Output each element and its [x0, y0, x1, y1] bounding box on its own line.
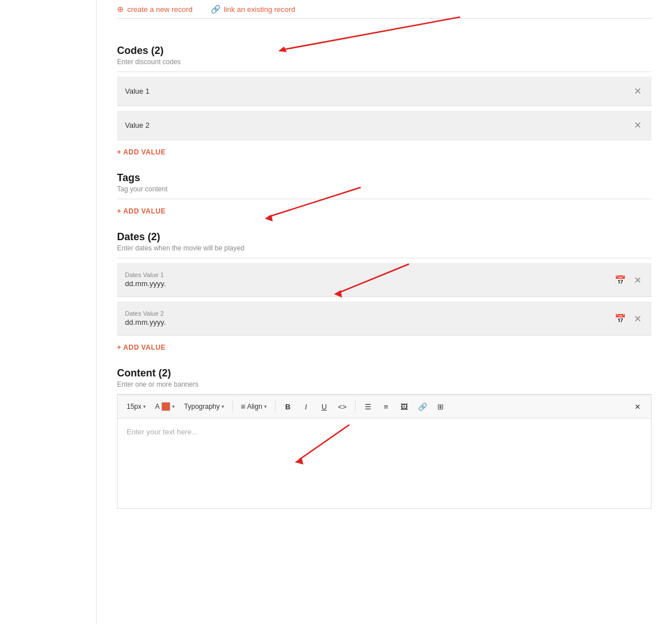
numbered-list-icon: ≡ — [384, 403, 389, 411]
toolbar-sep-1 — [232, 401, 233, 412]
codes-add-value-label: + ADD VALUE — [117, 148, 166, 156]
italic-icon: I — [305, 403, 307, 411]
codes-add-value-button[interactable]: + ADD VALUE — [117, 140, 166, 162]
codes-value-1-label: Value 1 — [125, 87, 632, 95]
code-icon: <> — [338, 403, 347, 411]
caption-icon: ⊞ — [437, 403, 444, 411]
code-button[interactable]: <> — [335, 399, 350, 414]
underline-button[interactable]: U — [316, 399, 332, 414]
image-button[interactable]: 🖼 — [396, 399, 412, 414]
content-section: Content (2) Enter one or more banners 15… — [117, 357, 652, 509]
dates-value-1-label-top: Dates Value 1 — [125, 271, 644, 278]
bullet-list-button[interactable]: ☰ — [360, 399, 376, 414]
content-title: Content (2) — [117, 367, 652, 379]
color-swatch — [161, 402, 170, 411]
italic-button[interactable]: I — [298, 399, 314, 414]
font-size-chevron: ▾ — [143, 404, 146, 409]
dates-value-2-text[interactable]: dd.mm.yyyy. — [125, 318, 644, 326]
dates-value-2-calendar-icon[interactable]: 📅 — [615, 313, 626, 324]
caption-button[interactable]: ⊞ — [433, 399, 449, 414]
dates-value-2-label-top: Dates Value 2 — [125, 310, 644, 317]
dates-value-1-row: Dates Value 1 dd.mm.yyyy. 📅 ✕ — [117, 263, 652, 297]
bullet-list-icon: ☰ — [365, 403, 372, 411]
typography-button[interactable]: Typography ▾ — [181, 400, 228, 413]
tags-title: Tags — [117, 172, 652, 184]
codes-value-2-close[interactable]: ✕ — [632, 118, 644, 133]
rich-text-toolbar: 15px ▾ A ▾ Typography ▾ ≡ — [117, 395, 652, 418]
dates-add-value-label: + ADD VALUE — [117, 344, 166, 351]
codes-section: Codes (2) Enter discount codes Value 1 ✕… — [117, 35, 652, 162]
codes-value-1-close[interactable]: ✕ — [632, 83, 644, 99]
tags-section-header: Tags Tag your content — [117, 162, 652, 199]
toolbar-sep-2 — [275, 401, 276, 412]
tags-add-value-button[interactable]: + ADD VALUE — [117, 199, 166, 221]
dates-title: Dates (2) — [117, 231, 652, 243]
create-icon: ⊕ — [117, 5, 124, 14]
codes-value-2-row: Value 2 ✕ — [117, 111, 652, 140]
dates-value-2-row: Dates Value 2 dd.mm.yyyy. 📅 ✕ — [117, 301, 652, 336]
dates-value-2-close[interactable]: ✕ — [632, 311, 644, 326]
font-size-button[interactable]: 15px ▾ — [123, 400, 149, 413]
link-btn-label: link an existing record — [224, 5, 295, 14]
typography-chevron: ▾ — [222, 404, 224, 409]
link-existing-record-button[interactable]: 🔗 link an existing record — [211, 0, 304, 18]
editor-placeholder: Enter your text here... — [127, 428, 198, 436]
tags-add-value-label: + ADD VALUE — [117, 207, 166, 215]
align-chevron: ▾ — [264, 404, 267, 409]
link-icon: 🔗 — [211, 5, 220, 14]
dates-value-1-calendar-icon[interactable]: 📅 — [615, 274, 626, 285]
codes-subtitle: Enter discount codes — [117, 58, 652, 66]
link-icon: 🔗 — [418, 403, 427, 411]
codes-section-header: Codes (2) Enter discount codes — [117, 35, 652, 72]
top-buttons-row: ⊕ create a new record 🔗 link an existing… — [117, 0, 652, 19]
image-icon: 🖼 — [400, 403, 408, 411]
page-wrapper: ⊕ create a new record 🔗 link an existing… — [0, 0, 672, 624]
codes-title: Codes (2) — [117, 45, 652, 57]
dates-value-1-text[interactable]: dd.mm.yyyy. — [125, 279, 644, 288]
underline-icon: U — [322, 403, 327, 411]
create-new-record-button[interactable]: ⊕ create a new record — [117, 0, 202, 18]
content-section-header: Content (2) Enter one or more banners — [117, 357, 652, 395]
tags-subtitle: Tag your content — [117, 185, 652, 193]
dates-section: Dates (2) Enter dates when the movie wil… — [117, 221, 652, 357]
text-color-button[interactable]: A ▾ — [152, 400, 178, 413]
dates-add-value-button[interactable]: + ADD VALUE — [117, 336, 166, 357]
align-label: Align — [247, 403, 262, 411]
toolbar-sep-3 — [355, 401, 356, 412]
align-icon: ≡ — [241, 402, 245, 411]
font-size-label: 15px — [127, 403, 141, 411]
bold-button[interactable]: B — [280, 399, 296, 414]
dates-section-header: Dates (2) Enter dates when the movie wil… — [117, 221, 652, 258]
dates-value-1-close[interactable]: ✕ — [632, 272, 644, 287]
toolbar-close-icon: ✕ — [635, 403, 641, 411]
text-color-label: A — [155, 403, 160, 411]
create-btn-label: create a new record — [127, 5, 193, 14]
numbered-list-button[interactable]: ≡ — [378, 399, 394, 414]
codes-value-2-label: Value 2 — [125, 121, 632, 129]
content-subtitle: Enter one or more banners — [117, 380, 652, 388]
left-sidebar — [0, 0, 97, 624]
bold-icon: B — [285, 403, 290, 411]
dates-value-1-actions: 📅 ✕ — [615, 272, 644, 287]
tags-section: Tags Tag your content + ADD VALUE — [117, 162, 652, 221]
toolbar-close-button[interactable]: ✕ — [629, 399, 645, 414]
dates-subtitle: Enter dates when the movie will be playe… — [117, 244, 652, 252]
main-content: ⊕ create a new record 🔗 link an existing… — [97, 0, 672, 624]
typography-label: Typography — [184, 403, 220, 411]
align-button[interactable]: ≡ Align ▾ — [237, 400, 270, 413]
codes-value-1-row: Value 1 ✕ — [117, 77, 652, 106]
rich-text-editor[interactable]: Enter your text here... — [117, 418, 652, 509]
dates-value-2-actions: 📅 ✕ — [615, 311, 644, 326]
color-chevron: ▾ — [172, 404, 175, 409]
link-button[interactable]: 🔗 — [415, 399, 431, 414]
